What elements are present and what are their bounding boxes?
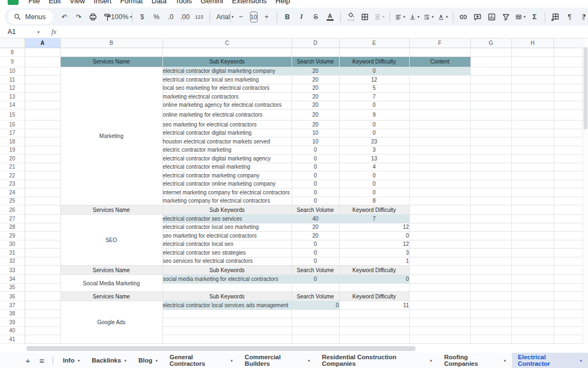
- sheet-tab-blog[interactable]: Blog▾: [132, 353, 164, 368]
- increase-decimal-button[interactable]: .00: [178, 10, 192, 24]
- row-header-38[interactable]: 38: [0, 309, 25, 318]
- cell-A24[interactable]: [25, 188, 60, 197]
- row-header-32[interactable]: 32: [0, 257, 25, 266]
- sheet-tab-general-contractors[interactable]: General Contractors▾: [164, 353, 238, 368]
- cell-E9[interactable]: Keyword Difficulty: [339, 56, 409, 67]
- row-header-13[interactable]: 13: [0, 93, 25, 101]
- cell-E10[interactable]: 0: [339, 67, 409, 76]
- cell-H15[interactable]: [511, 110, 554, 120]
- cell-A41[interactable]: [25, 335, 60, 344]
- cell-B26[interactable]: Services Name: [60, 205, 162, 215]
- cell-F13[interactable]: [409, 93, 470, 101]
- cell-E14[interactable]: 0: [339, 101, 409, 110]
- name-box[interactable]: A1 ▾: [0, 28, 39, 36]
- cell-C15[interactable]: online marketing for electrical contract…: [162, 110, 292, 120]
- cell-E27[interactable]: 7: [339, 215, 409, 223]
- cell-D13[interactable]: 20: [292, 93, 339, 101]
- cell-H18[interactable]: [511, 137, 554, 146]
- cell-H20[interactable]: [511, 154, 554, 163]
- cell-A32[interactable]: [25, 257, 60, 266]
- vertical-scrollbar[interactable]: [583, 38, 588, 344]
- cell-G8[interactable]: [470, 48, 511, 56]
- cell-A31[interactable]: [25, 249, 60, 257]
- cell-D32[interactable]: 0: [292, 257, 339, 266]
- cell-A8[interactable]: [25, 48, 60, 56]
- menu-item-gemini[interactable]: Gemini: [196, 0, 228, 7]
- row-header-30[interactable]: 30: [0, 240, 25, 249]
- cell-H9[interactable]: [511, 56, 554, 67]
- cell-E37[interactable]: 11: [339, 301, 409, 310]
- cell-D29[interactable]: 20: [292, 232, 339, 240]
- search-menus-button[interactable]: Menus: [8, 10, 53, 24]
- menu-item-help[interactable]: Help: [271, 0, 295, 7]
- row-header-34[interactable]: 34: [0, 275, 25, 284]
- row-header-41[interactable]: 41: [0, 335, 25, 344]
- font-select[interactable]: Arial ▾: [213, 10, 227, 24]
- cell-H10[interactable]: [511, 67, 554, 76]
- cell-B10[interactable]: Marketing: [60, 67, 162, 205]
- row-header-17[interactable]: 17: [0, 129, 25, 137]
- cell-B27[interactable]: SEO: [60, 215, 162, 266]
- add-sheet-button[interactable]: +: [21, 353, 35, 368]
- cell-C36[interactable]: Sub Keywords: [162, 292, 292, 301]
- text-direction-ltr-button[interactable]: ¶: [563, 10, 577, 24]
- cell-E21[interactable]: 4: [339, 163, 409, 171]
- filter-views-button[interactable]: ▾: [514, 10, 527, 24]
- cell-E36[interactable]: Keyword Difficulty: [339, 292, 409, 301]
- insert-link-button[interactable]: [457, 10, 470, 24]
- cell-C18[interactable]: houston electrical contractor markets se…: [162, 137, 292, 146]
- cell-G40[interactable]: [470, 326, 511, 335]
- cell-F30[interactable]: [409, 240, 470, 249]
- cell-G32[interactable]: [470, 257, 511, 266]
- cell-D12[interactable]: 20: [292, 84, 339, 93]
- row-header-31[interactable]: 31: [0, 249, 25, 257]
- cell-C10[interactable]: electrical contractor digital marketing …: [162, 67, 292, 76]
- vertical-scrollbar-thumb[interactable]: [584, 47, 587, 129]
- sheet-tab-roofing-companies[interactable]: Roofing Companies▾: [438, 353, 512, 368]
- text-rotation-button[interactable]: ▾: [436, 10, 450, 24]
- horizontal-scrollbar[interactable]: [0, 344, 588, 353]
- cell-G16[interactable]: [470, 120, 511, 129]
- cell-F28[interactable]: [409, 223, 470, 232]
- cell-D31[interactable]: 0: [292, 249, 339, 257]
- cell-C38[interactable]: [162, 309, 292, 318]
- cell-E12[interactable]: 5: [339, 84, 409, 93]
- cell-A10[interactable]: [25, 67, 60, 76]
- cell-C35[interactable]: [162, 283, 292, 292]
- cell-A30[interactable]: [25, 240, 60, 249]
- insert-comment-button[interactable]: [471, 10, 485, 24]
- cell-H39[interactable]: [511, 318, 554, 327]
- cell-F14[interactable]: [409, 101, 470, 110]
- cell-C12[interactable]: local seo marketing for electrical contr…: [162, 84, 292, 93]
- cell-D21[interactable]: 0: [292, 163, 339, 171]
- cell-H27[interactable]: [511, 215, 554, 223]
- cell-A12[interactable]: [25, 84, 60, 93]
- cell-E24[interactable]: 0: [339, 188, 409, 197]
- row-header-19[interactable]: 19: [0, 146, 25, 154]
- borders-button[interactable]: [358, 10, 372, 24]
- cell-B37[interactable]: Google Ads: [60, 301, 162, 344]
- cell-H23[interactable]: [511, 180, 554, 188]
- text-wrap-button[interactable]: ▾: [422, 10, 435, 24]
- sheets-logo-icon[interactable]: [8, 0, 19, 5]
- cell-F24[interactable]: [409, 188, 470, 197]
- cell-C40[interactable]: [162, 326, 292, 335]
- cell-A15[interactable]: [25, 110, 60, 120]
- cell-F20[interactable]: [409, 154, 470, 163]
- cell-E16[interactable]: 0: [339, 120, 409, 129]
- column-header-H[interactable]: H: [511, 38, 554, 48]
- row-header-16[interactable]: 16: [0, 120, 25, 129]
- cell-G34[interactable]: [470, 275, 511, 284]
- sheet-tab-electrical-contractor[interactable]: Electrical Contractor▾: [512, 353, 588, 368]
- cell-C28[interactable]: electrical contractor local seo marketin…: [162, 223, 292, 232]
- print-button[interactable]: [86, 10, 100, 24]
- decrease-font-size-button[interactable]: −: [234, 10, 248, 24]
- cell-G22[interactable]: [470, 171, 511, 180]
- row-header-11[interactable]: 11: [0, 76, 25, 84]
- menu-item-extensions[interactable]: Extensions: [228, 0, 271, 7]
- sheet-tab-commercial-builders[interactable]: Commercial Builders▾: [238, 353, 316, 368]
- cell-C26[interactable]: Sub Keywords: [162, 205, 292, 215]
- cell-F32[interactable]: [409, 257, 470, 266]
- cell-D15[interactable]: 20: [292, 110, 339, 120]
- cell-G9[interactable]: [470, 56, 511, 67]
